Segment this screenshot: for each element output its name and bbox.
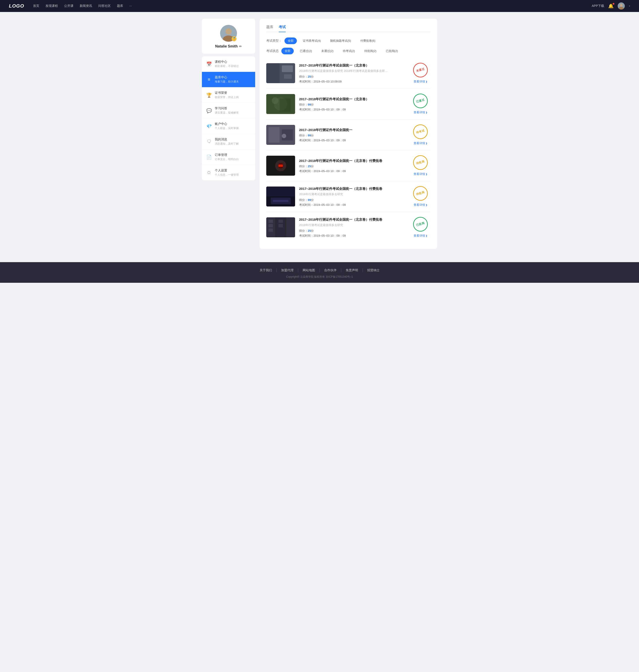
svg-rect-9 [284, 74, 292, 79]
nav-home[interactable]: 首页 [33, 4, 39, 8]
exam-right: 未通过 查看详情 ❯ [410, 63, 431, 84]
sidebar-item-orders[interactable]: 📄 订单管理 订单支出，明明白白 [202, 149, 255, 165]
exam-info: 2017–2018年行测证件考试全国统一（北京卷）付费批卷 得分：25分 考试时… [299, 158, 406, 173]
exam-detail-button[interactable]: 查看详情 ❯ [414, 110, 427, 114]
exam-detail-button[interactable]: 查看详情 ❯ [414, 234, 427, 238]
exam-info: 2017–2018年行测证件考试全国统一 得分：99分 考试时间：2019–05… [299, 128, 406, 142]
thumb-svg-3 [266, 125, 295, 145]
exam-detail-button[interactable]: 查看详情 ❯ [414, 80, 427, 84]
svg-point-12 [272, 97, 278, 104]
notification-bell[interactable]: 🔔 [608, 3, 614, 9]
settings-title: 个人设置 [215, 169, 239, 173]
nav-open[interactable]: 公开课 [64, 4, 74, 8]
nav-qa[interactable]: 问答社区 [98, 4, 111, 8]
exam-time: 考试时间：2019–05–03 10:09:09 [299, 80, 406, 84]
svg-point-4 [225, 28, 232, 35]
content-area: 题库 考试 考试类型： 全部 证书类考试(4) 随机抽题考试(5) 付费批卷(6… [260, 19, 437, 249]
filter-type-all[interactable]: 全部 [284, 37, 297, 44]
tab-question-bank[interactable]: 题库 [266, 25, 274, 32]
nav-courses[interactable]: 发现课程 [46, 4, 58, 8]
thumb-svg-2 [266, 94, 295, 114]
svg-rect-31 [268, 224, 273, 227]
nav-news[interactable]: 新闻资讯 [80, 4, 92, 8]
exam-thumbnail [266, 94, 295, 114]
certificate-title: 证书荣誉 [215, 91, 239, 95]
exam-desc: 2018年行测考试是最值得多去研究 [299, 223, 388, 227]
footer-jobs[interactable]: 招贤纳士 [363, 268, 384, 272]
filter-type-paid[interactable]: 付费批卷(6) [357, 37, 379, 44]
profile-name: Natalie Smith ✏ [215, 44, 242, 48]
filter-status-failed[interactable]: 未通过(2) [318, 48, 337, 54]
thumb-svg-5 [266, 187, 295, 207]
filter-type-cert[interactable]: 证书类考试(4) [299, 37, 324, 44]
filter-status-label: 考试状态 [266, 49, 279, 53]
exam-right: 已批阅 查看详情 ❯ [410, 217, 431, 238]
exam-time: 考试时间：2019–05–03 10：09：09 [299, 203, 406, 207]
footer-agent[interactable]: 加盟代理 [277, 268, 298, 272]
site-logo[interactable]: LOGO [9, 3, 24, 9]
navbar-actions: APP下载 🔔 ▾ [592, 2, 630, 10]
user-menu-chevron[interactable]: ▾ [629, 4, 630, 7]
settings-icon: ⚙ [206, 170, 212, 175]
sidebar-item-messages[interactable]: 🗨 我的消息 消息通知，及时了解 [202, 134, 255, 149]
exam-info: 2017–2018年行测证件考试全国统一（北京卷）付费批卷 2018年行测考试是… [299, 186, 406, 207]
sidebar-item-settings[interactable]: ⚙ 个人设置 个人信息，一键管理 [202, 165, 255, 180]
account-title: 账户中心 [215, 122, 239, 126]
filter-type-random[interactable]: 随机抽题考试(5) [327, 37, 354, 44]
exam-score: 得分：99分 [299, 103, 406, 107]
exam-detail-button[interactable]: 查看详情 ❯ [414, 141, 427, 145]
footer: 关于我们 加盟代理 网站地图 合作伙伴 免责声明 招贤纳士 Copyright®… [0, 262, 639, 283]
footer-sitemap[interactable]: 网站地图 [298, 268, 320, 272]
table-row: 2017–2018年行测证件考试全国统一（北京卷） 得分：99分 考试时间：20… [266, 89, 431, 119]
sidebar-item-quiz-center[interactable]: ≡ 题库中心 海量习题，助力通关 [202, 72, 255, 87]
user-avatar[interactable] [618, 2, 625, 10]
svg-rect-34 [278, 224, 283, 227]
exam-thumbnail [266, 156, 295, 176]
sidebar-menu: 📅 课程中心 精彩课程，不容错过 ≡ 题库中心 海量习题，助力通关 🏆 证书荣誉… [202, 56, 255, 180]
quiz-center-subtitle: 海量习题，助力通关 [215, 80, 239, 84]
exam-right: 待考试 查看详情 ❯ [410, 124, 431, 145]
filter-type-row: 考试类型： 全部 证书类考试(4) 随机抽题考试(5) 付费批卷(6) [266, 37, 431, 44]
footer-partner[interactable]: 合作伙伴 [320, 268, 341, 272]
exam-right: 已通过 查看详情 ❯ [410, 94, 431, 114]
course-center-subtitle: 精彩课程，不容错过 [215, 64, 239, 68]
learning-qa-subtitle: 课后重温，疑难解答 [215, 111, 239, 115]
footer-disclaimer[interactable]: 免责声明 [341, 268, 363, 272]
exam-thumbnail [266, 125, 295, 145]
nav-more[interactable]: ··· [129, 4, 132, 8]
nav-quiz[interactable]: 题库 [117, 4, 123, 8]
filter-status-all[interactable]: 全部 [281, 48, 294, 54]
sidebar-item-learning-qa[interactable]: 💬 学习问答 课后重温，疑难解答 [202, 103, 255, 118]
sidebar-item-certificate[interactable]: 🏆 证书荣誉 收获荣誉，持证上岗 [202, 87, 255, 103]
notification-dot [612, 3, 614, 5]
exam-detail-button[interactable]: 查看详情 ❯ [414, 172, 427, 176]
status-stamp: 未通过 [411, 61, 430, 79]
exam-info: 2017–2018年行测证件考试全国统一（北京卷） 得分：99分 考试时间：20… [299, 97, 406, 112]
footer-about[interactable]: 关于我们 [255, 268, 277, 272]
exam-title: 2017–2018年行测证件考试全国统一 [299, 128, 406, 132]
course-center-icon: 📅 [206, 61, 212, 67]
exam-right: 待批阅 查看详情 ❯ [410, 186, 431, 207]
sidebar-item-course-center[interactable]: 📅 课程中心 精彩课程，不容错过 [202, 56, 255, 72]
messages-title: 我的消息 [215, 138, 239, 142]
filter-status-passed[interactable]: 已通过(2) [296, 48, 315, 54]
course-center-title: 课程中心 [215, 60, 239, 64]
exam-thumbnail [266, 63, 295, 83]
filter-type-label: 考试类型： [266, 39, 282, 43]
sidebar-item-account[interactable]: 💎 账户中心 个人权益，实时掌握 [202, 118, 255, 134]
profile-edit-icon[interactable]: ✏ [239, 45, 242, 48]
certificate-icon: 🏆 [206, 93, 212, 98]
thumb-svg-1 [266, 63, 295, 83]
filter-status-pending-exam[interactable]: 待考试(2) [340, 48, 358, 54]
quiz-center-icon: ≡ [206, 77, 212, 82]
nav-links: 首页 发现课程 公开课 新闻资讯 问答社区 题库 ··· [33, 4, 592, 8]
svg-rect-29 [286, 217, 295, 237]
quiz-center-title: 题库中心 [215, 76, 239, 79]
certificate-subtitle: 收获荣誉，持证上岗 [215, 95, 239, 99]
exam-detail-button[interactable]: 查看详情 ❯ [414, 203, 427, 207]
tab-exam[interactable]: 考试 [279, 25, 286, 32]
filter-status-pending-review[interactable]: 待批阅(2) [361, 48, 380, 54]
filter-status-reviewed[interactable]: 已批阅(2) [383, 48, 401, 54]
app-download-link[interactable]: APP下载 [592, 4, 604, 8]
svg-rect-23 [266, 187, 295, 196]
